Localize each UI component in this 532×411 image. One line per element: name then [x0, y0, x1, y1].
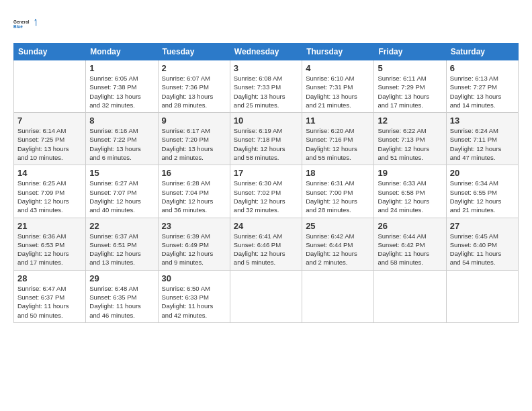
day-number: 6: [450, 63, 515, 73]
day-number: 5: [378, 63, 442, 73]
weekday-sunday: Sunday: [14, 44, 86, 60]
day-info: Sunrise: 6:10 AM Sunset: 7:31 PM Dayligh…: [306, 74, 370, 109]
day-number: 19: [378, 168, 442, 178]
day-info: Sunrise: 6:47 AM Sunset: 6:37 PM Dayligh…: [17, 284, 82, 320]
calendar-week-4: 21Sunrise: 6:36 AM Sunset: 6:53 PM Dayli…: [14, 218, 519, 270]
day-info: Sunrise: 6:07 AM Sunset: 7:36 PM Dayligh…: [162, 74, 226, 109]
calendar-cell: [14, 60, 86, 113]
day-number: 23: [162, 221, 226, 231]
day-number: 9: [162, 116, 226, 126]
day-info: Sunrise: 6:41 AM Sunset: 6:46 PM Dayligh…: [234, 232, 298, 267]
calendar-cell: 16Sunrise: 6:28 AM Sunset: 7:04 PM Dayli…: [158, 165, 230, 218]
day-info: Sunrise: 6:39 AM Sunset: 6:49 PM Dayligh…: [162, 232, 226, 267]
day-info: Sunrise: 6:20 AM Sunset: 7:16 PM Dayligh…: [306, 126, 370, 162]
calendar-cell: 13Sunrise: 6:24 AM Sunset: 7:11 PM Dayli…: [446, 113, 518, 165]
day-info: Sunrise: 6:11 AM Sunset: 7:29 PM Dayligh…: [378, 74, 442, 109]
calendar-table: SundayMondayTuesdayWednesdayThursdayFrid…: [13, 43, 519, 323]
day-number: 12: [378, 116, 442, 126]
calendar-cell: [230, 270, 302, 322]
day-info: Sunrise: 6:19 AM Sunset: 7:18 PM Dayligh…: [234, 126, 298, 162]
day-info: Sunrise: 6:48 AM Sunset: 6:35 PM Dayligh…: [89, 284, 154, 320]
calendar-cell: 4Sunrise: 6:10 AM Sunset: 7:31 PM Daylig…: [302, 60, 374, 113]
calendar-cell: [302, 270, 374, 322]
calendar-cell: 15Sunrise: 6:27 AM Sunset: 7:07 PM Dayli…: [86, 165, 158, 218]
day-number: 1: [89, 63, 154, 73]
day-info: Sunrise: 6:31 AM Sunset: 7:00 PM Dayligh…: [306, 179, 370, 214]
day-number: 8: [89, 116, 154, 126]
svg-text:General: General: [13, 19, 30, 24]
day-info: Sunrise: 6:25 AM Sunset: 7:09 PM Dayligh…: [17, 179, 82, 214]
calendar-cell: 12Sunrise: 6:22 AM Sunset: 7:13 PM Dayli…: [374, 113, 446, 165]
weekday-friday: Friday: [374, 44, 446, 60]
calendar-cell: 8Sunrise: 6:16 AM Sunset: 7:22 PM Daylig…: [86, 113, 158, 165]
weekday-monday: Monday: [86, 44, 158, 60]
weekday-tuesday: Tuesday: [158, 44, 230, 60]
weekday-header-row: SundayMondayTuesdayWednesdayThursdayFrid…: [14, 44, 519, 60]
calendar-cell: 14Sunrise: 6:25 AM Sunset: 7:09 PM Dayli…: [14, 165, 86, 218]
calendar-cell: 26Sunrise: 6:44 AM Sunset: 6:42 PM Dayli…: [374, 218, 446, 270]
header: General Blue: [13, 12, 519, 36]
weekday-thursday: Thursday: [302, 44, 374, 60]
day-number: 3: [234, 63, 298, 73]
calendar-cell: 18Sunrise: 6:31 AM Sunset: 7:00 PM Dayli…: [302, 165, 374, 218]
day-number: 15: [89, 168, 154, 178]
calendar-cell: 2Sunrise: 6:07 AM Sunset: 7:36 PM Daylig…: [158, 60, 230, 113]
day-number: 22: [89, 221, 154, 231]
calendar-week-5: 28Sunrise: 6:47 AM Sunset: 6:37 PM Dayli…: [14, 270, 519, 322]
calendar-cell: 20Sunrise: 6:34 AM Sunset: 6:55 PM Dayli…: [446, 165, 518, 218]
day-info: Sunrise: 6:17 AM Sunset: 7:20 PM Dayligh…: [162, 126, 226, 162]
calendar-cell: 24Sunrise: 6:41 AM Sunset: 6:46 PM Dayli…: [230, 218, 302, 270]
day-info: Sunrise: 6:22 AM Sunset: 7:13 PM Dayligh…: [378, 126, 442, 162]
day-number: 26: [378, 221, 442, 231]
svg-text:Blue: Blue: [13, 24, 23, 29]
day-info: Sunrise: 6:13 AM Sunset: 7:27 PM Dayligh…: [450, 74, 515, 109]
calendar-cell: 5Sunrise: 6:11 AM Sunset: 7:29 PM Daylig…: [374, 60, 446, 113]
day-info: Sunrise: 6:16 AM Sunset: 7:22 PM Dayligh…: [89, 126, 154, 162]
day-info: Sunrise: 6:28 AM Sunset: 7:04 PM Dayligh…: [162, 179, 226, 214]
day-number: 28: [17, 273, 82, 283]
day-number: 10: [234, 116, 298, 126]
day-number: 13: [450, 116, 515, 126]
calendar-cell: 22Sunrise: 6:37 AM Sunset: 6:51 PM Dayli…: [86, 218, 158, 270]
day-number: 27: [450, 221, 515, 231]
calendar-week-3: 14Sunrise: 6:25 AM Sunset: 7:09 PM Dayli…: [14, 165, 519, 218]
day-number: 30: [162, 273, 226, 283]
calendar-cell: 1Sunrise: 6:05 AM Sunset: 7:38 PM Daylig…: [86, 60, 158, 113]
calendar-week-1: 1Sunrise: 6:05 AM Sunset: 7:38 PM Daylig…: [14, 60, 519, 113]
calendar-cell: 9Sunrise: 6:17 AM Sunset: 7:20 PM Daylig…: [158, 113, 230, 165]
calendar-cell: [374, 270, 446, 322]
day-info: Sunrise: 6:50 AM Sunset: 6:33 PM Dayligh…: [162, 284, 226, 320]
day-info: Sunrise: 6:45 AM Sunset: 6:40 PM Dayligh…: [450, 232, 515, 267]
day-number: 25: [306, 221, 370, 231]
day-number: 21: [17, 221, 82, 231]
logo: General Blue: [13, 12, 40, 36]
calendar-cell: 27Sunrise: 6:45 AM Sunset: 6:40 PM Dayli…: [446, 218, 518, 270]
day-number: 24: [234, 221, 298, 231]
calendar-cell: 7Sunrise: 6:14 AM Sunset: 7:25 PM Daylig…: [14, 113, 86, 165]
day-number: 18: [306, 168, 370, 178]
day-number: 7: [17, 116, 82, 126]
day-number: 20: [450, 168, 515, 178]
calendar-cell: 11Sunrise: 6:20 AM Sunset: 7:16 PM Dayli…: [302, 113, 374, 165]
calendar-cell: 25Sunrise: 6:42 AM Sunset: 6:44 PM Dayli…: [302, 218, 374, 270]
calendar-cell: [446, 270, 518, 322]
day-number: 29: [89, 273, 154, 283]
day-number: 17: [234, 168, 298, 178]
day-number: 14: [17, 168, 82, 178]
calendar-cell: 6Sunrise: 6:13 AM Sunset: 7:27 PM Daylig…: [446, 60, 518, 113]
day-info: Sunrise: 6:30 AM Sunset: 7:02 PM Dayligh…: [234, 179, 298, 214]
calendar-cell: 23Sunrise: 6:39 AM Sunset: 6:49 PM Dayli…: [158, 218, 230, 270]
day-info: Sunrise: 6:05 AM Sunset: 7:38 PM Dayligh…: [89, 74, 154, 109]
day-info: Sunrise: 6:36 AM Sunset: 6:53 PM Dayligh…: [17, 232, 82, 267]
calendar-cell: 17Sunrise: 6:30 AM Sunset: 7:02 PM Dayli…: [230, 165, 302, 218]
day-info: Sunrise: 6:34 AM Sunset: 6:55 PM Dayligh…: [450, 179, 515, 214]
calendar-week-2: 7Sunrise: 6:14 AM Sunset: 7:25 PM Daylig…: [14, 113, 519, 165]
day-number: 16: [162, 168, 226, 178]
day-info: Sunrise: 6:44 AM Sunset: 6:42 PM Dayligh…: [378, 232, 442, 267]
day-info: Sunrise: 6:33 AM Sunset: 6:58 PM Dayligh…: [378, 179, 442, 214]
day-info: Sunrise: 6:37 AM Sunset: 6:51 PM Dayligh…: [89, 232, 154, 267]
calendar-cell: 19Sunrise: 6:33 AM Sunset: 6:58 PM Dayli…: [374, 165, 446, 218]
logo-icon: General Blue: [13, 12, 38, 36]
day-info: Sunrise: 6:24 AM Sunset: 7:11 PM Dayligh…: [450, 126, 515, 162]
calendar-cell: 29Sunrise: 6:48 AM Sunset: 6:35 PM Dayli…: [86, 270, 158, 322]
